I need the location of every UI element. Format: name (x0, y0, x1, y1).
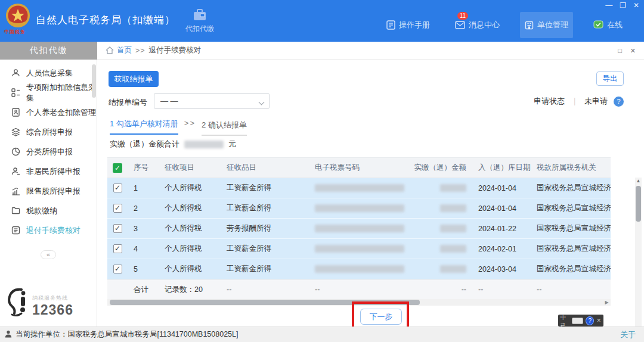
statement-no-select[interactable]: — — (154, 93, 270, 109)
row-checkbox[interactable]: ✓ (113, 265, 122, 273)
status-divider: ｜ (571, 96, 578, 107)
sidebar-item-pension-deduction[interactable]: 个人养老金扣除管理 (0, 102, 97, 122)
window-controls: — ❐ ✕ (605, 1, 639, 10)
steps-nav: 1 勾选单户核对清册 >> 2 确认结报单 (110, 119, 247, 136)
user-icon (5, 330, 12, 340)
document-lines-icon (11, 226, 20, 235)
panel-controls: □ ✕ (618, 42, 636, 60)
nav-manual-label: 操作手册 (399, 20, 430, 30)
sidebar-item-nonresident-income[interactable]: 非居民所得申报 (0, 161, 97, 181)
about-link[interactable]: 关于 (620, 329, 636, 340)
sidebar-header-label: 代扣代缴 (30, 45, 68, 56)
tab-daikou-daijiao[interactable]: 代扣代缴 (177, 4, 223, 38)
sidebar-scrollbar-thumb[interactable] (92, 64, 96, 98)
folder-icon (11, 206, 20, 216)
status-label: 申请状态 (534, 96, 565, 107)
table-row[interactable]: ✓ 3 个人所得税 劳务报酬所得 2024-01-22 国家税务总局宣城经济技术… (107, 219, 611, 239)
status-value: 未申请 (584, 96, 608, 107)
sidebar-item-personnel-info[interactable]: 人员信息采集 (0, 63, 97, 83)
nav-online-status[interactable]: 在线 (589, 12, 627, 38)
table-row[interactable]: ✓ 1 个人所得税 工资薪金所得 2024-01-04 国家税务总局宣城经济技术… (107, 178, 611, 198)
step-1-label: 勾选单户核对清册 (116, 119, 178, 128)
sidebar-item-tax-payment[interactable]: 税款缴纳 (0, 201, 97, 220)
cell-seq: 4 (128, 239, 159, 259)
step-2-tab[interactable]: 2 确认结报单 (202, 120, 247, 136)
masked-amount (440, 204, 466, 212)
cell-item: 工资薪金所得 (221, 259, 309, 279)
document-person-icon (11, 108, 20, 117)
breadcrumb: 首页 >> 退付手续费核对 □ ✕ (97, 42, 644, 60)
masked-amount (440, 225, 466, 232)
masked-ticket-no (315, 265, 404, 273)
sidebar-item-comprehensive-income[interactable]: 综合所得申报 (0, 122, 97, 142)
cell-date: 2024-01-04 (472, 178, 531, 198)
next-step-button[interactable]: 下一步 (360, 309, 402, 325)
masked-ticket-no (315, 184, 404, 192)
total-label: 实缴（退）金额合计 (110, 139, 179, 150)
cell-seq: 1 (128, 178, 159, 198)
export-button[interactable]: 导出 (596, 71, 624, 86)
sidebar-item-classified-income[interactable]: 分类所得申报 (0, 142, 97, 161)
col-org: 税款所属税务机关 (531, 158, 611, 178)
restore-icon[interactable]: ❐ (620, 1, 626, 10)
masked-amount (440, 265, 466, 273)
sidebar-scrollbar[interactable] (92, 64, 96, 243)
step-1-num: 1 (110, 119, 114, 128)
summary-dash: -- (472, 280, 531, 299)
v-scrollbar-thumb[interactable] (636, 186, 641, 222)
nav-message-center[interactable]: 11 消息中心 (450, 12, 504, 38)
ime-help-icon[interactable]: ? (586, 316, 594, 325)
summary-label: 合计 (128, 280, 159, 299)
grid-list-icon (11, 88, 20, 98)
panel-maximize-icon[interactable]: □ (618, 47, 622, 54)
fetch-statement-button[interactable]: 获取结报单 (109, 71, 159, 87)
summary-dash: -- (531, 280, 611, 299)
home-icon[interactable] (106, 46, 114, 54)
step-1-tab[interactable]: 1 勾选单户核对清册 (110, 119, 178, 135)
sidebar-item-restricted-shares[interactable]: 限售股所得申报 (0, 181, 97, 201)
scroll-right-icon[interactable]: ▶ (603, 299, 610, 306)
table-row[interactable]: ✓ 5 个人所得税 工资薪金所得 2024-03-04 国家税务总局宣城经济技术… (107, 259, 611, 279)
sidebar-item-label: 个人养老金扣除管理 (26, 107, 96, 118)
help-icon[interactable]: ? (614, 97, 624, 107)
table-row[interactable]: ✓ 4 个人所得税 工资薪金所得 2024-02-01 国家税务总局宣城经济技术… (107, 239, 611, 259)
close-icon[interactable]: ✕ (633, 1, 639, 10)
sidebar-item-special-deduction[interactable]: 专项附加扣除信息采集 (0, 83, 97, 102)
cell-org: 国家税务总局宣城经济技术... (531, 178, 611, 198)
ime-toolbar[interactable]: 中⇄ ? ✕ (558, 315, 603, 327)
message-badge: 11 (457, 12, 468, 20)
select-all-checkbox[interactable]: ✓ (113, 163, 122, 173)
row-checkbox[interactable]: ✓ (113, 184, 122, 192)
breadcrumb-home[interactable]: 首页 (117, 45, 132, 55)
sidebar-item-refund-fee-check[interactable]: 退付手续费核对 (0, 220, 97, 240)
panel-close-icon[interactable]: ✕ (630, 47, 636, 55)
online-check-icon (593, 20, 603, 30)
cell-item: 工资薪金所得 (221, 239, 309, 259)
col-item: 征收品目 (221, 158, 309, 178)
nav-unit-management[interactable]: 单位管理 (520, 12, 573, 38)
col-project: 征收项目 (159, 158, 221, 178)
sidebar-item-label: 税款缴纳 (26, 206, 57, 216)
cell-item: 劳务报酬所得 (221, 219, 309, 238)
cell-org: 国家税务总局宣城经济技术... (531, 219, 611, 238)
ime-close-icon[interactable]: ✕ (596, 318, 601, 324)
row-checkbox[interactable]: ✓ (113, 204, 122, 213)
emblem-caption: 中国税务 (4, 29, 26, 35)
row-checkbox[interactable]: ✓ (113, 244, 122, 253)
nav-unit-label: 单位管理 (537, 20, 568, 30)
row-checkbox[interactable]: ✓ (113, 224, 122, 233)
statement-no-label: 结报单编号 (109, 97, 147, 108)
sidebar-menu: 人员信息采集 专项附加扣除信息采集 个人养老金扣除管理 综合所得申报 分类所得申… (0, 60, 97, 240)
summary-dash: -- (309, 280, 414, 299)
sidebar-collapse-button[interactable]: « (41, 250, 56, 259)
cell-project: 个人所得税 (159, 178, 221, 198)
masked-ticket-no (315, 204, 404, 212)
minimize-icon[interactable]: — (605, 1, 612, 10)
tab-label: 代扣代缴 (185, 24, 214, 34)
table-vertical-scrollbar[interactable]: ▲ ▼ (635, 178, 642, 342)
cell-item: 工资薪金所得 (221, 178, 309, 198)
bar-chart-icon (11, 186, 20, 196)
table-row[interactable]: ✓ 2 个人所得税 工资薪金所得 2024-01-04 国家税务总局宣城经济技术… (107, 198, 611, 219)
scroll-up-icon[interactable]: ▲ (635, 178, 642, 184)
nav-manual[interactable]: 操作手册 (382, 12, 435, 38)
